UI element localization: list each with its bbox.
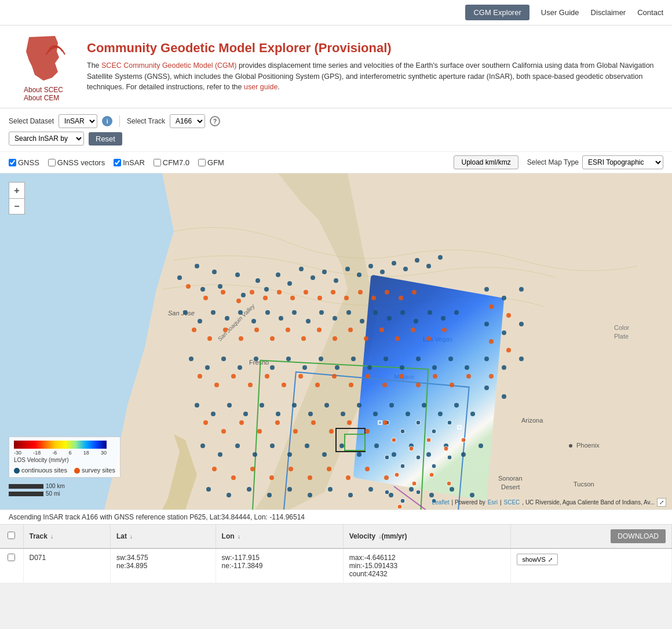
- table-header-row: Track ↓ Lat ↓ Lon ↓ Velocity ↓(mm/yr) DO…: [0, 525, 672, 548]
- status-bar: Ascending InSAR track A166 with GNSS ref…: [0, 510, 672, 525]
- upload-kml-button[interactable]: Upload kml/kmz: [454, 155, 518, 169]
- dataset-select[interactable]: InSAR GNSS: [59, 114, 97, 128]
- separator: [119, 115, 120, 127]
- esri-link[interactable]: Esri: [488, 499, 498, 506]
- attr-separator2: |: [500, 499, 502, 506]
- col-track: Track ↓: [23, 525, 110, 548]
- svg-text:Color: Color: [614, 324, 630, 331]
- legend-label: -18: [33, 450, 41, 456]
- gnss-vectors-checkbox-group: GNSS vectors: [48, 158, 105, 167]
- insar-checkbox-group: InSAR: [114, 158, 145, 167]
- data-table: Track ↓ Lat ↓ Lon ↓ Velocity ↓(mm/yr) DO…: [0, 525, 672, 583]
- legend-label: -6: [52, 450, 57, 456]
- col-velocity: Velocity ↓(mm/yr): [343, 525, 511, 548]
- row-lon: sw:-117.915 ne:-117.3849: [216, 548, 343, 583]
- cgm-desc-link[interactable]: SCEC Community Geodetic Model (CGM): [101, 61, 236, 70]
- track-help-icon[interactable]: ?: [210, 116, 220, 126]
- track-sort-icon: ↓: [50, 533, 53, 540]
- attr-text: , UC Riverside, Agua Caliente Band of In…: [522, 499, 655, 506]
- user-guide-desc-link[interactable]: user guide: [244, 83, 277, 91]
- map-legend: -30 -18 -6 6 18 30 LOS Velocity (mm/yr) …: [9, 437, 120, 478]
- leaflet-link[interactable]: Leaflet: [432, 499, 449, 506]
- header-description: The SCEC Community Geodetic Model (CGM) …: [87, 60, 655, 93]
- dataset-info-icon[interactable]: i: [102, 116, 112, 126]
- svg-text:Desert: Desert: [501, 483, 520, 490]
- reset-button[interactable]: Reset: [89, 132, 122, 146]
- legend-title: LOS Velocity (mm/yr): [14, 457, 115, 463]
- cfm-label: CFM7.0: [163, 158, 189, 167]
- map-type-select[interactable]: ESRI Topographic ESRI Imagery OpenStreet…: [582, 155, 663, 169]
- continuous-dot: [14, 468, 20, 474]
- gnss-label: GNSS: [18, 158, 39, 167]
- expand-icon[interactable]: ⤢: [657, 498, 666, 507]
- cfm-checkbox[interactable]: [154, 159, 161, 166]
- page-title: Community Geodetic Model Explorer (Provi…: [87, 41, 655, 56]
- legend-label-max: 30: [101, 450, 107, 456]
- download-button[interactable]: DOWNLOAD: [611, 529, 666, 543]
- scale-km-label: 100 km: [46, 483, 65, 489]
- svg-text:Sonoran: Sonoran: [498, 475, 523, 482]
- lat-sort-icon: ↓: [130, 533, 133, 540]
- gnss-checkbox-group: GNSS: [9, 158, 39, 167]
- gradient-bar: [14, 441, 107, 449]
- scale-km: 100 km: [9, 483, 65, 489]
- gfm-checkbox[interactable]: [198, 159, 206, 166]
- gfm-checkbox-group: GFM: [198, 158, 224, 167]
- attr-separator: | Powered by: [452, 499, 485, 506]
- row-velocity: max:-4.646112 min:-15.091433 count:42432: [343, 548, 511, 583]
- about-cem-link[interactable]: About CEM: [24, 94, 63, 102]
- map-type-label: Select Map Type: [527, 158, 579, 166]
- scale-line-km: [9, 484, 43, 489]
- disclaimer-link[interactable]: Disclaimer: [591, 8, 626, 17]
- velocity-sort-icon: ↓: [378, 533, 381, 540]
- col-checkbox: [0, 525, 23, 548]
- scale-bar: 100 km 50 mi: [9, 483, 65, 498]
- user-guide-link[interactable]: User Guide: [541, 8, 579, 17]
- insar-label: InSAR: [123, 158, 145, 167]
- row-lat: sw:34.575 ne:34.895: [110, 548, 216, 583]
- zoom-in-button[interactable]: +: [9, 182, 25, 198]
- legend-items: continuous sites survey sites: [14, 467, 115, 474]
- row-checkbox[interactable]: [8, 554, 15, 561]
- show-vs-button[interactable]: showVS ⤢: [517, 554, 557, 565]
- row-checkbox-cell: [0, 548, 23, 583]
- map-attribution: Leaflet | Powered by Esri | SCEC , UC Ri…: [432, 498, 666, 507]
- gnss-vectors-checkbox[interactable]: [48, 159, 56, 166]
- svg-text:Phoenix: Phoenix: [576, 442, 600, 449]
- legend-label: 6: [69, 450, 72, 456]
- gnss-vectors-label: GNSS vectors: [57, 158, 105, 167]
- cgm-explorer-button[interactable]: CGM Explorer: [465, 5, 529, 20]
- svg-text:Fresno: Fresno: [249, 359, 269, 366]
- svg-text:Plate: Plate: [614, 333, 629, 340]
- legend-label-min: -30: [14, 450, 21, 456]
- expand-small-icon: ⤢: [548, 557, 553, 563]
- track-label: Select Track: [127, 117, 165, 125]
- insar-data-overlay: [353, 275, 505, 501]
- search-insar-select[interactable]: Search InSAR by: [9, 132, 84, 146]
- col-download: DOWNLOAD: [511, 525, 672, 548]
- track-select[interactable]: A166 D071 A064: [170, 114, 205, 128]
- survey-dot: [74, 468, 80, 474]
- about-scec-link[interactable]: About SCEC: [24, 86, 63, 94]
- row-action: showVS ⤢: [511, 548, 672, 583]
- col-lat: Lat ↓: [110, 525, 216, 548]
- continuous-sites-legend: continuous sites: [14, 467, 67, 474]
- svg-point-13: [569, 444, 572, 448]
- scale-mi-label: 50 mi: [46, 490, 60, 497]
- insar-checkbox[interactable]: [114, 159, 121, 166]
- contact-link[interactable]: Contact: [637, 8, 663, 17]
- survey-sites-legend: survey sites: [74, 467, 115, 474]
- lon-sort-icon: ↓: [238, 533, 240, 540]
- legend-labels: -30 -18 -6 6 18 30: [14, 450, 107, 456]
- gnss-checkbox[interactable]: [9, 159, 16, 166]
- zoom-controls: + −: [9, 182, 25, 214]
- svg-text:San Jose: San Jose: [168, 310, 195, 317]
- cfm-checkbox-group: CFM7.0: [154, 158, 189, 167]
- scale-line-mi: [9, 492, 43, 496]
- scec-logo: [17, 31, 70, 83]
- scec-attr-link[interactable]: SCEC: [504, 499, 520, 506]
- zoom-out-button[interactable]: −: [9, 198, 25, 214]
- header-checkbox[interactable]: [8, 532, 15, 539]
- table-row: D071 sw:34.575 ne:34.895 sw:-117.915 ne:…: [0, 548, 672, 583]
- scale-mi: 50 mi: [9, 490, 65, 497]
